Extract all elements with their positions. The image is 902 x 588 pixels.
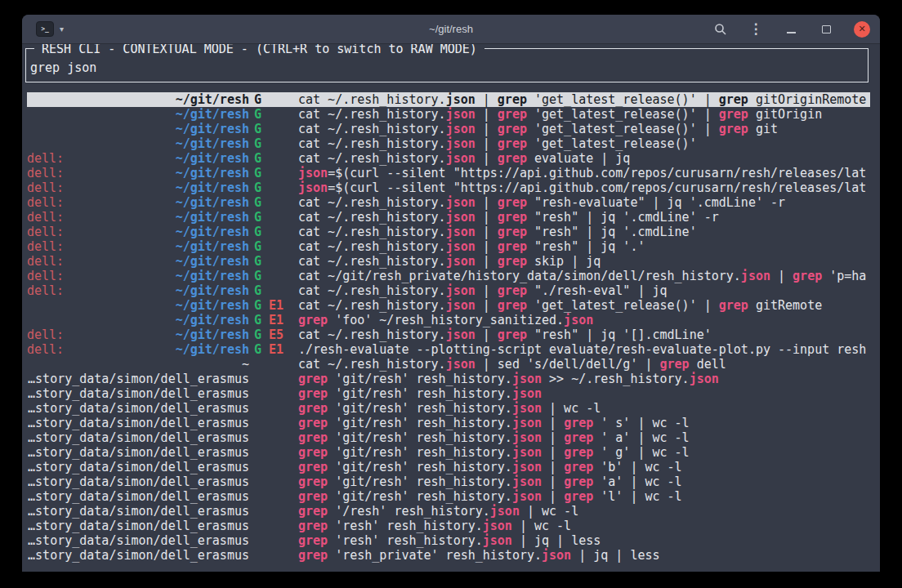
history-row[interactable]: …story_data/simon/dell_erasmusgrep 'git/… xyxy=(27,372,870,386)
history-row[interactable]: …story_data/simon/dell_erasmusgrep 'git/… xyxy=(27,460,870,474)
command-text: 'get_latest_release()' | xyxy=(527,92,719,107)
history-row[interactable]: ~/git/reshG E1cat ~/.resh_history.json |… xyxy=(27,298,870,313)
row-flag: G xyxy=(254,298,261,313)
row-path: …story_data/simon/dell_erasmus xyxy=(28,445,249,460)
row-context: …story_data/simon/dell_erasmus xyxy=(27,372,249,386)
history-row[interactable]: dell:~/git/reshGcat ~/.resh_history.json… xyxy=(27,151,870,166)
row-context: dell:~/git/resh xyxy=(27,269,249,283)
row-path: …story_data/simon/dell_erasmus xyxy=(28,548,249,563)
command-text: | xyxy=(542,460,564,474)
match-highlight: grep xyxy=(498,210,527,225)
row-path: ~ xyxy=(242,357,249,372)
kebab-menu-icon[interactable]: ⋮ xyxy=(748,22,763,37)
command-text: | xyxy=(476,239,498,254)
command-text: 'git/resh' resh_history. xyxy=(328,372,512,386)
match-highlight: grep xyxy=(298,313,328,327)
history-row[interactable]: dell:~/git/reshGjson=$(curl --silent "ht… xyxy=(27,180,870,195)
history-row[interactable]: ~/git/reshGcat ~/.resh_history.json | gr… xyxy=(27,107,870,122)
row-command: grep 'git/resh' resh_history.json | grep… xyxy=(298,430,870,445)
row-command: grep '/resh' resh_history.json | wc -l xyxy=(298,504,870,519)
history-row[interactable]: …story_data/simon/dell_erasmusgrep '/res… xyxy=(27,504,870,519)
command-text: 'git/resh' resh_history. xyxy=(328,489,512,504)
history-row[interactable]: dell:~/git/reshGcat ~/.resh_history.json… xyxy=(27,210,870,225)
row-flags xyxy=(254,416,293,430)
history-row[interactable]: …story_data/simon/dell_erasmusgrep 'resh… xyxy=(27,548,870,563)
row-flag: G xyxy=(254,180,261,195)
history-row[interactable]: dell:~/git/reshGjson=$(curl --silent "ht… xyxy=(27,166,870,180)
history-row[interactable]: dell:~/git/reshGcat ~/git/resh_private/h… xyxy=(27,269,870,283)
row-command: cat ~/.resh_history.json | grep "resh" |… xyxy=(298,327,870,342)
history-row[interactable]: …story_data/simon/dell_erasmusgrep 'git/… xyxy=(27,430,870,445)
command-text: | xyxy=(476,210,498,225)
command-text: 'git/resh' resh_history. xyxy=(328,401,512,416)
history-row[interactable]: …story_data/simon/dell_erasmusgrep 'git/… xyxy=(27,445,870,460)
minimize-button[interactable] xyxy=(784,22,798,37)
history-row[interactable]: ~/git/reshG E1grep 'foo' ~/resh_history_… xyxy=(27,313,870,327)
history-row[interactable]: dell:~/git/reshG E1./resh-evaluate --plo… xyxy=(27,342,870,357)
command-text: | wc -l xyxy=(520,504,578,519)
row-path: …story_data/simon/dell_erasmus xyxy=(28,430,249,445)
row-context: …story_data/simon/dell_erasmus xyxy=(27,460,249,474)
row-flags xyxy=(254,430,293,445)
row-host: dell: xyxy=(27,225,64,239)
row-flags xyxy=(254,445,293,460)
command-text: cat ~/.resh_history. xyxy=(298,254,446,269)
history-row[interactable]: …story_data/simon/dell_erasmusgrep 'git/… xyxy=(27,416,870,430)
row-flags xyxy=(254,372,293,386)
history-row[interactable]: …story_data/simon/dell_erasmusgrep 'resh… xyxy=(27,533,870,548)
history-row[interactable]: ~cat ~/.resh_history.json | sed 's/dell/… xyxy=(27,357,870,372)
history-row[interactable]: ~/git/reshGcat ~/.resh_history.json | gr… xyxy=(27,122,870,136)
match-highlight: grep xyxy=(298,401,328,416)
row-flag: G xyxy=(254,195,261,210)
restore-button[interactable] xyxy=(819,22,833,37)
command-text: =$(curl --silent "https://api.github.com… xyxy=(328,166,866,180)
match-highlight: json xyxy=(446,151,476,166)
new-tab-button[interactable]: >_ ▾ xyxy=(33,20,67,38)
row-path: ~/git/resh xyxy=(176,327,249,342)
row-flags xyxy=(254,474,293,489)
history-row[interactable]: dell:~/git/reshG E5cat ~/.resh_history.j… xyxy=(27,327,870,342)
history-row[interactable]: …story_data/simon/dell_erasmusgrep 'git/… xyxy=(27,474,870,489)
match-highlight: grep xyxy=(498,92,527,107)
row-context: …story_data/simon/dell_erasmus xyxy=(27,416,249,430)
row-context: ~ xyxy=(27,357,249,372)
match-highlight: grep xyxy=(298,416,328,430)
command-text: 'git/resh' resh_history. xyxy=(328,460,512,474)
row-command: grep 'git/resh' resh_history.json | grep… xyxy=(298,416,870,430)
row-command: cat ~/.resh_history.json | grep 'get_lat… xyxy=(298,92,870,107)
row-context: dell:~/git/resh xyxy=(27,254,249,269)
row-flags: G xyxy=(254,151,293,166)
history-row[interactable]: dell:~/git/reshGcat ~/.resh_history.json… xyxy=(27,225,870,239)
row-path: …story_data/simon/dell_erasmus xyxy=(28,372,249,386)
match-highlight: grep xyxy=(298,519,328,533)
close-button[interactable]: ✕ xyxy=(854,21,870,38)
history-row[interactable]: ~/git/reshGcat ~/.resh_history.json | gr… xyxy=(27,92,870,107)
row-host: dell: xyxy=(27,269,64,283)
history-row[interactable]: dell:~/git/reshGcat ~/.resh_history.json… xyxy=(27,283,870,298)
match-highlight: json xyxy=(512,474,542,489)
command-text: ' a' | wc -l xyxy=(593,430,689,445)
match-highlight: grep xyxy=(564,489,593,504)
history-row[interactable]: dell:~/git/reshGcat ~/.resh_history.json… xyxy=(27,254,870,269)
history-row[interactable]: ~/git/reshGcat ~/.resh_history.json | gr… xyxy=(27,136,870,151)
row-path: ~/git/resh xyxy=(176,92,249,107)
history-row[interactable]: …story_data/simon/dell_erasmusgrep 'git/… xyxy=(27,401,870,416)
row-path: ~/git/resh xyxy=(176,342,249,357)
row-flags: G E1 xyxy=(254,342,293,357)
row-host: dell: xyxy=(27,283,64,298)
row-path: ~/git/resh xyxy=(176,225,249,239)
match-highlight: grep xyxy=(498,283,527,298)
search-icon[interactable] xyxy=(713,22,728,37)
row-context: ~/git/resh xyxy=(27,298,249,313)
history-row[interactable]: dell:~/git/reshGcat ~/.resh_history.json… xyxy=(27,195,870,210)
row-flags: G xyxy=(254,269,293,283)
history-row[interactable]: dell:~/git/reshGcat ~/.resh_history.json… xyxy=(27,239,870,254)
match-highlight: json xyxy=(542,548,571,563)
row-command: cat ~/.resh_history.json | grep 'get_lat… xyxy=(298,136,870,151)
command-text: cat ~/.resh_history. xyxy=(298,327,446,342)
history-row[interactable]: …story_data/simon/dell_erasmusgrep 'resh… xyxy=(27,519,870,533)
history-row[interactable]: …story_data/simon/dell_erasmusgrep 'git/… xyxy=(27,489,870,504)
row-path: …story_data/simon/dell_erasmus xyxy=(28,504,249,519)
history-row[interactable]: …story_data/simon/dell_erasmusgrep 'git/… xyxy=(27,386,870,401)
match-highlight: grep xyxy=(719,298,748,313)
